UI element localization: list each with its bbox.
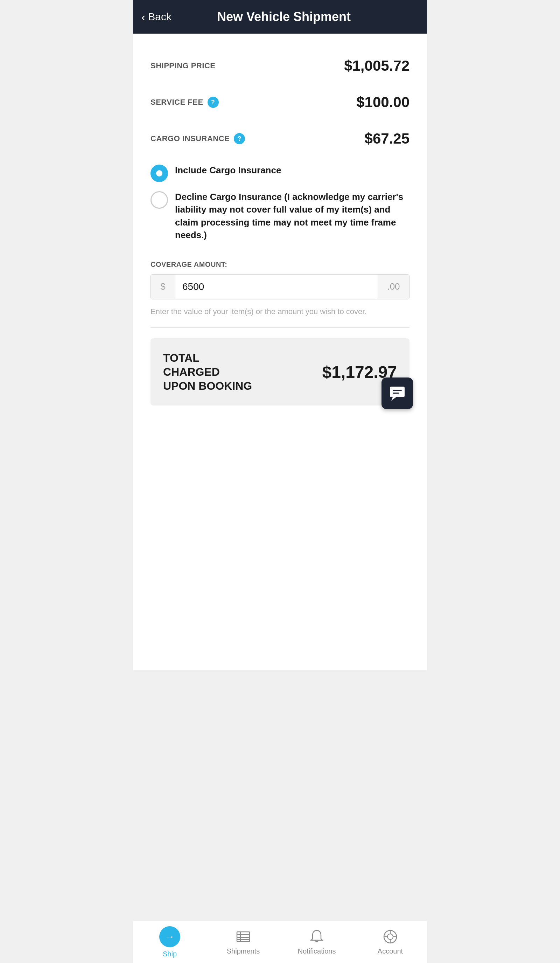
svg-rect-2	[393, 390, 402, 391]
shipping-price-label: SHIPPING PRICE	[151, 61, 215, 70]
nav-item-shipments[interactable]: Shipments	[207, 921, 280, 963]
cargo-insurance-row: CARGO INSURANCE ? $67.25	[151, 120, 409, 157]
coverage-hint: Enter the value of your item(s) or the a…	[151, 306, 409, 317]
shipping-price-row: SHIPPING PRICE $1,005.72	[151, 48, 409, 84]
total-section: TOTAL CHARGED UPON BOOKING $1,172.97	[151, 338, 409, 405]
back-button[interactable]: ‹ Back	[141, 10, 172, 24]
svg-marker-1	[391, 397, 396, 400]
nav-item-account[interactable]: Account	[353, 921, 427, 963]
svg-rect-3	[393, 392, 399, 394]
chat-icon	[388, 384, 406, 402]
cargo-insurance-info-icon[interactable]: ?	[234, 133, 245, 144]
cargo-insurance-label: CARGO INSURANCE ?	[151, 133, 245, 144]
coverage-decimal: .00	[378, 274, 409, 299]
decline-insurance-option[interactable]: Decline Cargo Insurance (I acknowledge m…	[151, 191, 409, 242]
shipping-price-value: $1,005.72	[344, 57, 409, 74]
notifications-icon	[309, 929, 324, 944]
divider	[151, 327, 409, 328]
cargo-insurance-value: $67.25	[365, 130, 409, 147]
total-label: TOTAL CHARGED UPON BOOKING	[163, 351, 254, 393]
nav-label-ship: Ship	[163, 950, 177, 958]
page-title: New Vehicle Shipment	[177, 10, 391, 24]
service-fee-row: SERVICE FEE ? $100.00	[151, 84, 409, 120]
include-insurance-label: Include Cargo Insurance	[175, 164, 281, 177]
nav-label-notifications: Notifications	[298, 947, 336, 955]
shipments-icon	[236, 929, 251, 944]
nav-label-shipments: Shipments	[227, 947, 260, 955]
service-fee-info-icon[interactable]: ?	[207, 97, 219, 108]
bottom-navigation: → Ship Shipments Notifications	[133, 921, 427, 963]
nav-item-notifications[interactable]: Notifications	[280, 921, 353, 963]
nav-label-account: Account	[378, 947, 403, 955]
header: ‹ Back New Vehicle Shipment	[133, 0, 427, 34]
svg-rect-4	[237, 932, 249, 942]
nav-item-ship[interactable]: → Ship	[133, 921, 207, 963]
decline-insurance-radio[interactable]	[151, 191, 168, 209]
svg-point-10	[387, 934, 393, 940]
scroll-filler	[133, 670, 427, 921]
back-label: Back	[148, 11, 172, 23]
service-fee-value: $100.00	[356, 94, 409, 111]
insurance-radio-section: Include Cargo Insurance Decline Cargo In…	[151, 157, 409, 257]
account-icon	[382, 929, 398, 944]
service-fee-label: SERVICE FEE ?	[151, 97, 219, 108]
coverage-amount-label: COVERAGE AMOUNT:	[151, 261, 409, 269]
ship-icon: →	[159, 926, 180, 947]
currency-prefix: $	[151, 274, 175, 299]
chat-fab-button[interactable]	[382, 378, 413, 409]
include-insurance-radio[interactable]	[151, 165, 168, 182]
back-chevron-icon: ‹	[141, 10, 145, 24]
coverage-amount-input[interactable]	[175, 274, 378, 299]
main-content: SHIPPING PRICE $1,005.72 SERVICE FEE ? $…	[133, 34, 427, 670]
svg-rect-0	[390, 387, 405, 397]
decline-insurance-label: Decline Cargo Insurance (I acknowledge m…	[175, 191, 409, 242]
include-insurance-option[interactable]: Include Cargo Insurance	[151, 164, 409, 182]
coverage-input-row: $ .00	[151, 274, 409, 299]
